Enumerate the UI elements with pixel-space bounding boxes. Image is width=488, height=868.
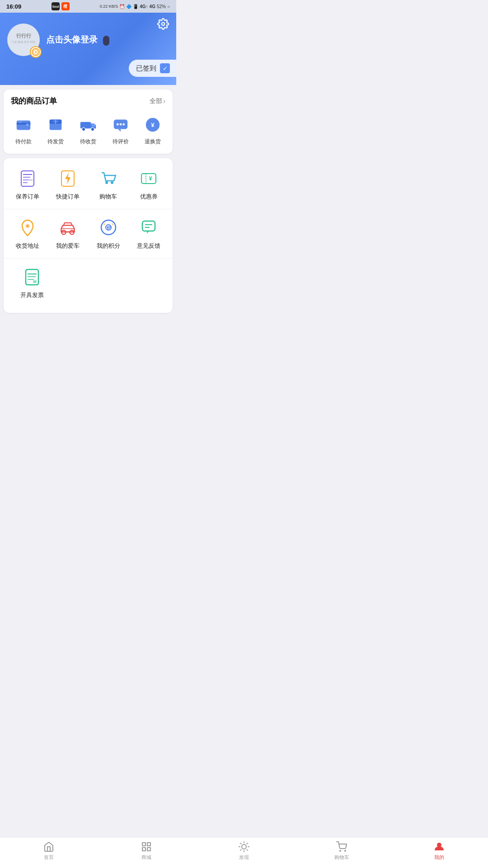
cart-item[interactable]: 购物车 (88, 166, 129, 203)
coupon-label: 优惠券 (140, 193, 158, 201)
points-item[interactable]: 积 我的积分 (88, 216, 129, 252)
points-label: 我的积分 (97, 242, 120, 250)
feedback-icon (139, 217, 159, 237)
invoice-item[interactable]: 开具发票 (13, 265, 52, 301)
svg-point-20 (119, 123, 122, 126)
svg-rect-9 (18, 121, 22, 123)
svg-rect-51 (33, 280, 37, 283)
svg-point-16 (82, 127, 85, 131)
svg-rect-15 (92, 124, 95, 127)
svg-marker-31 (65, 173, 70, 184)
chevron-right-icon: › (163, 97, 165, 105)
profile-section[interactable]: 行行行 门店 商城 养车 学院 积 点击头像登录 (7, 24, 169, 56)
quick-access-row-2: 收货地址 我的爱车 (4, 209, 173, 258)
order-pending-receive-label: 待收货 (80, 138, 96, 146)
battery-level: 52% (157, 4, 166, 9)
feedback-label: 意见反馈 (137, 242, 160, 250)
svg-rect-24 (21, 171, 34, 186)
checkin-label: 已签到 (136, 64, 156, 73)
quick-order-item[interactable]: 快捷订单 (48, 166, 89, 203)
svg-rect-13 (53, 121, 58, 123)
soul-app-icon: Soul (52, 2, 60, 10)
comment-icon (111, 115, 130, 134)
feedback-item[interactable]: 意见反馈 (129, 216, 169, 252)
invoice-icon (22, 267, 42, 287)
order-pending-review-label: 待评价 (113, 138, 129, 146)
svg-point-33 (111, 181, 113, 184)
invoice-label: 开具发票 (20, 291, 44, 299)
svg-text:行行行: 行行行 (16, 33, 32, 38)
order-pending-payment-label: 待付款 (15, 138, 32, 146)
quick-order-label: 快捷订单 (56, 193, 80, 201)
box-icon (46, 115, 65, 134)
profile-info: 点击头像登录 (46, 34, 169, 46)
status-bar: 16:09 Soul 橙 0.22 KB/S ⏰ 🔷 📳 4G↑ 4G 52% … (0, 0, 176, 13)
svg-text:¥: ¥ (149, 175, 152, 182)
flash-order-icon (58, 168, 78, 188)
truck-icon (79, 115, 98, 134)
battery-icon: ○ (167, 4, 170, 9)
order-pending-review[interactable]: 待评价 (109, 113, 132, 147)
orders-title: 我的商品订单 (11, 96, 57, 106)
vibrate-icon: 📳 (133, 4, 138, 9)
order-refund-label: 退换货 (145, 138, 161, 146)
orders-more-button[interactable]: 全部 › (150, 97, 165, 105)
status-icons: Soul 橙 (52, 2, 70, 10)
maintenance-order-label: 保养订单 (16, 193, 39, 201)
my-car-icon (58, 217, 78, 237)
maintenance-order-item[interactable]: 保养订单 (7, 166, 48, 203)
alarm-icon: ⏰ (119, 4, 125, 9)
points-badge: 积 (30, 46, 42, 58)
svg-text:积: 积 (106, 226, 111, 230)
bluetooth-icon: 🔷 (126, 4, 131, 9)
status-right: 0.22 KB/S ⏰ 🔷 📳 4G↑ 4G 52% ○ (100, 4, 170, 9)
order-icons-row: 待付款 待发货 (4, 112, 173, 149)
order-pending-ship[interactable]: 待发货 (44, 113, 67, 147)
wallet-icon (14, 115, 33, 134)
orders-header: 我的商品订单 全部 › (4, 96, 173, 112)
points-circle-icon: 积 (99, 217, 118, 237)
network-speed: 0.22 KB/S (100, 4, 118, 9)
settings-icon[interactable] (157, 18, 169, 30)
refund-icon: ¥ (143, 115, 162, 134)
svg-point-0 (162, 23, 165, 26)
status-pill (103, 36, 109, 46)
svg-point-17 (91, 127, 94, 131)
login-prompt[interactable]: 点击头像登录 (46, 35, 98, 44)
address-item[interactable]: 收货地址 (7, 216, 48, 252)
quick-access-section: 保养订单 快捷订单 (4, 158, 173, 313)
svg-rect-14 (80, 122, 91, 128)
orders-section: 我的商品订单 全部 › 待付款 (4, 90, 173, 154)
svg-point-38 (26, 225, 28, 227)
svg-point-32 (105, 181, 108, 184)
address-label: 收货地址 (16, 242, 39, 250)
maintenance-icon (18, 168, 38, 188)
address-icon (18, 217, 38, 237)
svg-rect-29 (28, 179, 33, 181)
avatar-wrap[interactable]: 行行行 门店 商城 养车 学院 积 (7, 24, 40, 56)
coupon-icon: ¥ (139, 168, 159, 188)
order-pending-payment[interactable]: 待付款 (12, 113, 35, 147)
quick-access-row-1: 保养订单 快捷订单 (4, 164, 173, 209)
quick-access-row-3: 开具发票 (4, 258, 173, 307)
points-icon: 积 (32, 48, 40, 56)
coupon-item[interactable]: ¥ 优惠券 (129, 166, 169, 203)
order-pending-receive[interactable]: 待收货 (77, 113, 99, 147)
tantan-app-icon: 橙 (61, 2, 70, 10)
cart-icon (99, 168, 118, 188)
signal-4g-icon: 4G↑ (140, 4, 148, 9)
order-refund[interactable]: ¥ 退换货 (141, 113, 164, 147)
profile-header: 行行行 门店 商城 养车 学院 积 点击头像登录 (0, 13, 176, 85)
svg-text:积: 积 (34, 51, 38, 53)
cart-label: 购物车 (99, 193, 117, 201)
checkin-button[interactable]: 已签到 ✓ (129, 60, 176, 77)
svg-text:门店 商城 养车 学院: 门店 商城 养车 学院 (11, 40, 35, 43)
signal-4g2-icon: 4G (150, 4, 155, 9)
my-car-item[interactable]: 我的爱车 (48, 216, 89, 252)
svg-text:¥: ¥ (151, 122, 155, 128)
status-time: 16:09 (6, 3, 21, 10)
order-pending-ship-label: 待发货 (47, 138, 64, 146)
svg-rect-44 (142, 221, 155, 231)
svg-point-19 (117, 123, 119, 126)
checkin-checkmark: ✓ (160, 63, 170, 73)
